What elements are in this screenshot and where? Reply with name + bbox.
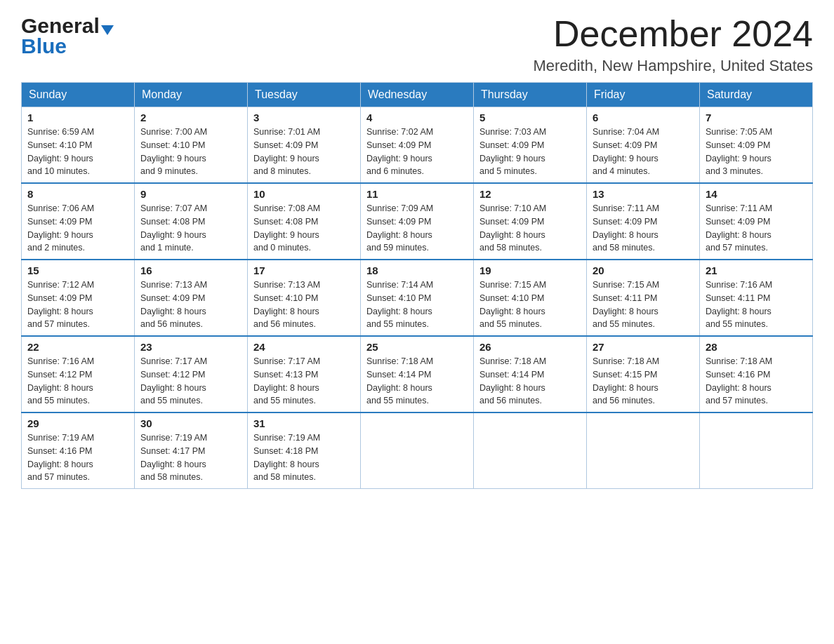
table-row: 29 Sunrise: 7:19 AMSunset: 4:16 PMDaylig…: [22, 412, 135, 489]
table-row: 18 Sunrise: 7:14 AMSunset: 4:10 PMDaylig…: [361, 260, 474, 336]
table-row: 6 Sunrise: 7:04 AMSunset: 4:09 PMDayligh…: [587, 107, 700, 184]
day-info: Sunrise: 7:18 AMSunset: 4:16 PMDaylight:…: [706, 355, 807, 408]
day-number: 22: [27, 341, 128, 353]
day-number: 19: [479, 264, 581, 276]
day-info: Sunrise: 6:59 AMSunset: 4:10 PMDaylight:…: [27, 126, 128, 178]
calendar-week-row: 1 Sunrise: 6:59 AMSunset: 4:10 PMDayligh…: [22, 107, 813, 184]
day-info: Sunrise: 7:05 AMSunset: 4:09 PMDaylight:…: [706, 126, 807, 178]
calendar-week-row: 22 Sunrise: 7:16 AMSunset: 4:12 PMDaylig…: [22, 336, 813, 412]
day-info: Sunrise: 7:15 AMSunset: 4:10 PMDaylight:…: [479, 279, 581, 331]
day-info: Sunrise: 7:06 AMSunset: 4:09 PMDaylight:…: [27, 202, 128, 255]
logo: General Blue: [21, 14, 115, 58]
day-info: Sunrise: 7:13 AMSunset: 4:09 PMDaylight:…: [140, 279, 241, 331]
day-info: Sunrise: 7:15 AMSunset: 4:11 PMDaylight:…: [593, 279, 694, 331]
calendar-week-row: 15 Sunrise: 7:12 AMSunset: 4:09 PMDaylig…: [22, 260, 813, 336]
table-row: [700, 412, 813, 489]
calendar-table: Sunday Monday Tuesday Wednesday Thursday…: [21, 82, 813, 489]
day-number: 1: [27, 112, 128, 123]
day-number: 16: [140, 264, 241, 276]
table-row: 30 Sunrise: 7:19 AMSunset: 4:17 PMDaylig…: [135, 412, 248, 489]
table-row: 27 Sunrise: 7:18 AMSunset: 4:15 PMDaylig…: [587, 336, 700, 412]
day-number: 31: [253, 417, 355, 429]
day-info: Sunrise: 7:01 AMSunset: 4:09 PMDaylight:…: [253, 126, 355, 178]
day-number: 13: [593, 188, 694, 200]
logo-triangle-icon: [101, 25, 114, 35]
day-number: 18: [366, 264, 468, 276]
day-number: 17: [253, 264, 355, 276]
calendar-week-row: 8 Sunrise: 7:06 AMSunset: 4:09 PMDayligh…: [22, 183, 813, 260]
day-number: 3: [253, 112, 355, 123]
day-number: 30: [140, 417, 241, 429]
day-number: 5: [479, 112, 581, 123]
calendar-header-row: Sunday Monday Tuesday Wednesday Thursday…: [22, 83, 813, 107]
day-number: 23: [140, 341, 241, 353]
table-row: 7 Sunrise: 7:05 AMSunset: 4:09 PMDayligh…: [700, 107, 813, 184]
day-number: 2: [140, 112, 241, 123]
location-title: Meredith, New Hampshire, United States: [533, 57, 813, 75]
col-tuesday: Tuesday: [248, 83, 361, 107]
table-row: [474, 412, 587, 489]
month-title: December 2024: [533, 14, 813, 54]
logo-blue: Blue: [21, 34, 67, 58]
col-thursday: Thursday: [474, 83, 587, 107]
table-row: 17 Sunrise: 7:13 AMSunset: 4:10 PMDaylig…: [248, 260, 361, 336]
table-row: 15 Sunrise: 7:12 AMSunset: 4:09 PMDaylig…: [22, 260, 135, 336]
table-row: 10 Sunrise: 7:08 AMSunset: 4:08 PMDaylig…: [248, 183, 361, 260]
col-friday: Friday: [587, 83, 700, 107]
day-number: 14: [706, 188, 807, 200]
day-number: 6: [593, 112, 694, 123]
table-row: 13 Sunrise: 7:11 AMSunset: 4:09 PMDaylig…: [587, 183, 700, 260]
table-row: 4 Sunrise: 7:02 AMSunset: 4:09 PMDayligh…: [361, 107, 474, 184]
page-header: General Blue December 2024 Meredith, New…: [21, 14, 813, 75]
day-info: Sunrise: 7:19 AMSunset: 4:18 PMDaylight:…: [253, 431, 355, 484]
day-number: 25: [366, 341, 468, 353]
day-info: Sunrise: 7:02 AMSunset: 4:09 PMDaylight:…: [366, 126, 468, 178]
day-number: 15: [27, 264, 128, 276]
table-row: 1 Sunrise: 6:59 AMSunset: 4:10 PMDayligh…: [22, 107, 135, 184]
col-saturday: Saturday: [700, 83, 813, 107]
day-number: 12: [479, 188, 581, 200]
day-info: Sunrise: 7:11 AMSunset: 4:09 PMDaylight:…: [706, 202, 807, 255]
day-info: Sunrise: 7:18 AMSunset: 4:14 PMDaylight:…: [366, 355, 468, 408]
day-info: Sunrise: 7:16 AMSunset: 4:11 PMDaylight:…: [706, 279, 807, 331]
table-row: 19 Sunrise: 7:15 AMSunset: 4:10 PMDaylig…: [474, 260, 587, 336]
day-info: Sunrise: 7:18 AMSunset: 4:14 PMDaylight:…: [479, 355, 581, 408]
day-number: 10: [253, 188, 355, 200]
day-info: Sunrise: 7:13 AMSunset: 4:10 PMDaylight:…: [253, 279, 355, 331]
day-info: Sunrise: 7:08 AMSunset: 4:08 PMDaylight:…: [253, 202, 355, 255]
table-row: 5 Sunrise: 7:03 AMSunset: 4:09 PMDayligh…: [474, 107, 587, 184]
day-number: 27: [593, 341, 694, 353]
day-info: Sunrise: 7:07 AMSunset: 4:08 PMDaylight:…: [140, 202, 241, 255]
table-row: 31 Sunrise: 7:19 AMSunset: 4:18 PMDaylig…: [248, 412, 361, 489]
table-row: 16 Sunrise: 7:13 AMSunset: 4:09 PMDaylig…: [135, 260, 248, 336]
table-row: 20 Sunrise: 7:15 AMSunset: 4:11 PMDaylig…: [587, 260, 700, 336]
title-block: December 2024 Meredith, New Hampshire, U…: [533, 14, 813, 75]
day-info: Sunrise: 7:04 AMSunset: 4:09 PMDaylight:…: [593, 126, 694, 178]
col-monday: Monday: [135, 83, 248, 107]
day-info: Sunrise: 7:14 AMSunset: 4:10 PMDaylight:…: [366, 279, 468, 331]
day-number: 20: [593, 264, 694, 276]
day-info: Sunrise: 7:09 AMSunset: 4:09 PMDaylight:…: [366, 202, 468, 255]
day-number: 26: [479, 341, 581, 353]
table-row: 21 Sunrise: 7:16 AMSunset: 4:11 PMDaylig…: [700, 260, 813, 336]
table-row: 25 Sunrise: 7:18 AMSunset: 4:14 PMDaylig…: [361, 336, 474, 412]
day-info: Sunrise: 7:17 AMSunset: 4:12 PMDaylight:…: [140, 355, 241, 408]
table-row: 28 Sunrise: 7:18 AMSunset: 4:16 PMDaylig…: [700, 336, 813, 412]
day-number: 4: [366, 112, 468, 123]
table-row: 14 Sunrise: 7:11 AMSunset: 4:09 PMDaylig…: [700, 183, 813, 260]
table-row: 3 Sunrise: 7:01 AMSunset: 4:09 PMDayligh…: [248, 107, 361, 184]
table-row: 8 Sunrise: 7:06 AMSunset: 4:09 PMDayligh…: [22, 183, 135, 260]
day-number: 29: [27, 417, 128, 429]
table-row: [361, 412, 474, 489]
day-number: 28: [706, 341, 807, 353]
table-row: 12 Sunrise: 7:10 AMSunset: 4:09 PMDaylig…: [474, 183, 587, 260]
day-info: Sunrise: 7:19 AMSunset: 4:17 PMDaylight:…: [140, 431, 241, 484]
table-row: 22 Sunrise: 7:16 AMSunset: 4:12 PMDaylig…: [22, 336, 135, 412]
calendar-week-row: 29 Sunrise: 7:19 AMSunset: 4:16 PMDaylig…: [22, 412, 813, 489]
table-row: 26 Sunrise: 7:18 AMSunset: 4:14 PMDaylig…: [474, 336, 587, 412]
table-row: 24 Sunrise: 7:17 AMSunset: 4:13 PMDaylig…: [248, 336, 361, 412]
day-info: Sunrise: 7:19 AMSunset: 4:16 PMDaylight:…: [27, 431, 128, 484]
table-row: [587, 412, 700, 489]
table-row: 23 Sunrise: 7:17 AMSunset: 4:12 PMDaylig…: [135, 336, 248, 412]
day-info: Sunrise: 7:10 AMSunset: 4:09 PMDaylight:…: [479, 202, 581, 255]
